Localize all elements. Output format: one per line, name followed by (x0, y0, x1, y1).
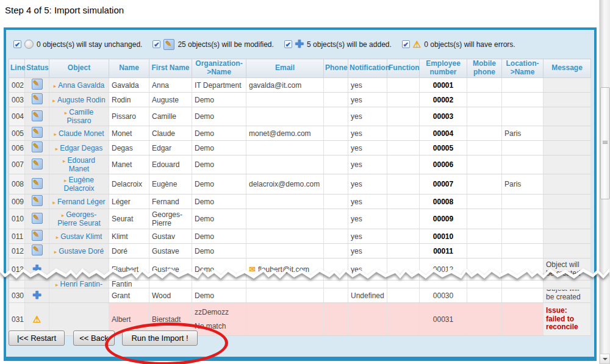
cell-mobile_phone (467, 126, 502, 141)
cell-mobile_phone (467, 244, 502, 259)
cell-location (502, 209, 544, 229)
cell-location (502, 107, 544, 126)
cell-first_name: Georges-Pierre (149, 209, 192, 229)
cell-name: Delacroix (109, 174, 149, 194)
cell-name: Seurat (109, 209, 149, 229)
orange-arrow-icon: ▸ (56, 282, 59, 288)
object-link[interactable]: Edouard Manet (68, 156, 95, 173)
summary-checkbox-0[interactable]: ✔ (13, 40, 21, 48)
modify-pencil-icon: ✎ (32, 195, 43, 206)
scrollbar-down-button[interactable] (600, 354, 610, 364)
object-link[interactable]: Camille Pissaro (66, 108, 93, 125)
object-link[interactable]: Auguste Rodin (57, 96, 106, 104)
cell-organization: Demo (192, 174, 246, 194)
cell-object: ▸Georges-Pierre Seurat (49, 209, 109, 229)
cell-employee_number: 00006 (420, 155, 467, 174)
object-link[interactable]: Eugène Delacroix (63, 176, 94, 193)
column-header-status: Status (25, 59, 49, 78)
vertical-scrollbar[interactable] (599, 0, 610, 364)
cell-status: ✎ (25, 107, 49, 126)
cell-object: ▸Claude Monet (49, 126, 109, 141)
cell-message (544, 244, 591, 259)
cell-location (502, 288, 544, 303)
modify-pencil-icon: ✎ (32, 110, 43, 121)
table-row-030: 030✚GrantWoodDemoUndefined00030Object wi… (9, 288, 591, 303)
cell-location (502, 93, 544, 107)
cell-notification: yes (348, 244, 387, 259)
summary-item-3: ✔⚠0 objects(s) will have errors. (402, 40, 515, 49)
summary-checkbox-2[interactable]: ✔ (284, 40, 292, 48)
cell-employee_number: 00030 (420, 288, 467, 303)
summary-checkbox-1[interactable]: ✔ (152, 40, 160, 48)
column-header-phone: Phone (324, 59, 348, 78)
object-link[interactable]: Claude Monet (59, 129, 104, 138)
object-link[interactable]: Gustave Doré (59, 247, 104, 255)
cell-employee_number: 00009 (420, 209, 467, 229)
object-link[interactable]: Edgar Degas (60, 144, 102, 152)
object-link[interactable]: Anna Gavalda (58, 81, 104, 90)
cell-function (387, 229, 420, 244)
cell-object: ▸Gustav Klimt (49, 229, 109, 244)
summary-item-1: ✔✎25 objects(s) will be modified. (152, 39, 273, 50)
summary-label: 0 objects(s) will have errors. (424, 40, 515, 49)
cell-status: ✎ (25, 244, 49, 259)
cell-name: Manet (109, 155, 149, 174)
modify-pencil-icon: ✎ (32, 159, 43, 170)
orange-arrow-icon: ▸ (65, 110, 68, 116)
cell-status: ✎ (25, 141, 49, 155)
cell-status: ✎ (25, 174, 49, 194)
cell-notification: yes (348, 107, 387, 126)
footer-bar: |<< Restart << Back Run the Import ! (6, 321, 594, 357)
orange-arrow-icon: ▸ (54, 249, 57, 255)
cell-email (246, 244, 324, 259)
cell-first_name: Gustave (149, 244, 192, 259)
cell-phone (324, 194, 348, 209)
cell-function (387, 194, 420, 209)
cell-name: Rodin (109, 93, 149, 107)
cell-organization: Demo (192, 209, 246, 229)
column-header-function: Function (387, 59, 420, 78)
cell-email (246, 194, 324, 209)
cell-notification: yes (348, 209, 387, 229)
cell-phone (324, 107, 348, 126)
modify-pencil-icon: ✎ (32, 127, 43, 138)
cell-object: ▸Anna Gavalda (49, 78, 109, 93)
cell-mobile_phone (467, 141, 502, 155)
summary-label: 5 objects(s) will be added. (307, 40, 392, 49)
cell-organization: Demo (192, 93, 246, 107)
cell-phone (324, 141, 348, 155)
summary-checkbox-3[interactable]: ✔ (402, 40, 410, 48)
cell-object: ▸Gustave Doré (49, 244, 109, 259)
cell-employee_number: 00010 (420, 229, 467, 244)
cell-email: gavalda@it.com (246, 78, 324, 93)
cell-function (387, 174, 420, 194)
cell-object: ▸Fernand Léger (49, 194, 109, 209)
cell-message: Object will be created (544, 288, 591, 303)
column-header-organization: Organization->Name (192, 59, 246, 78)
cell-first_name: Camille (149, 107, 192, 126)
cell-notification: yes (348, 174, 387, 194)
cell-status: ✎ (25, 93, 49, 107)
cell-line: 005 (9, 126, 25, 141)
cell-employee_number: 00001 (420, 78, 467, 93)
table-row-010: 010✎▸Georges-Pierre SeuratSeuratGeorges-… (9, 209, 591, 229)
cell-line: 009 (9, 194, 25, 209)
modify-pencil-icon: ✎ (32, 230, 43, 241)
cell-notification: yes (348, 93, 387, 107)
object-link[interactable]: Gustav Klimt (60, 232, 102, 241)
cell-notification: yes (348, 78, 387, 93)
cell-name: Klimt (109, 229, 149, 244)
cell-location (502, 141, 544, 155)
cell-organization: Demo (192, 194, 246, 209)
cell-mobile_phone (467, 288, 502, 303)
restart-button[interactable]: |<< Restart (9, 330, 65, 346)
cell-notification: yes (348, 126, 387, 141)
cell-message (544, 155, 591, 174)
column-header-notification: Notification (348, 59, 387, 78)
cell-location: Paris (502, 126, 544, 141)
cell-line: 008 (9, 174, 25, 194)
scrollbar-thumb[interactable] (600, 87, 610, 199)
cell-organization: Demo (192, 155, 246, 174)
object-link[interactable]: Fernand Léger (57, 198, 106, 206)
cell-function (387, 209, 420, 229)
